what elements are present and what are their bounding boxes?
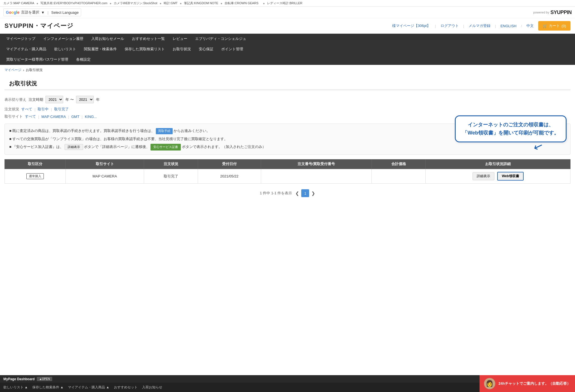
topbar-label-3: カメラWEBマガジン:StockShot [114, 1, 157, 5]
nav-settings[interactable]: 各種設定 [72, 54, 95, 65]
nav-info-history[interactable]: インフォメーション履歴 [39, 34, 87, 44]
logout-link[interactable]: ログアウト [441, 23, 459, 28]
topbar-item-7: レディース時計:BRILLER [267, 1, 302, 5]
nav-saved-search[interactable]: 保存した買取検索リスト [121, 44, 169, 54]
breadcrumb-home[interactable]: マイページ [4, 68, 21, 72]
transactions-table: 取引区分 取引サイト 注文状況 受付日付 注文番号/買取受付番号 合計価格 お取… [4, 159, 571, 184]
site-logo: SYUPPIN・マイページ [4, 22, 74, 30]
status-all-link[interactable]: すべて [21, 107, 32, 112]
topbar-item-1: カメラ:MAP CAMERA [3, 1, 34, 5]
cell-category: 通常購入 [5, 169, 66, 184]
cell-site: MAP CAMERA [65, 169, 144, 184]
table-body: 通常購入 MAP CAMERA 取引完了 2021/05/22 詳細表示 Web… [5, 169, 571, 184]
col-total: 合計価格 [372, 159, 426, 169]
nav-points[interactable]: ポイント管理 [217, 44, 247, 54]
col-category: 取引区分 [5, 159, 66, 169]
col-details: お取引状況詳細 [426, 159, 571, 169]
nav-warranty[interactable]: 安心保証 [195, 44, 217, 54]
site-king-link[interactable]: KING... [85, 115, 97, 119]
main-content: インターネットのご注文の領収書は、 「Web領収書」を開いて印刷が可能です。 ↙… [0, 90, 575, 208]
transaction-procedure-link[interactable]: 買取手続 [156, 128, 173, 134]
order-period-label: 注文時期 [29, 97, 43, 102]
warranty-cert-button[interactable]: 安心サービス証書 [150, 144, 181, 151]
prev-page-button[interactable]: ❮ [295, 191, 299, 196]
nav-password-management[interactable]: 買取リピーター様専用パスワード管理 [2, 54, 72, 65]
page-suffix: 件を表示 [277, 191, 292, 195]
topbar-label-7: レディース時計:BRILLER [267, 1, 302, 5]
site-all-link[interactable]: すべて [25, 114, 36, 119]
current-page: 1 [301, 189, 309, 197]
header-right: 様マイページ【306pt】 | ログアウト | メルマガ登録 | ENGLISH… [392, 21, 571, 31]
mypage-link[interactable]: 様マイページ【306pt】 [392, 23, 431, 28]
site-gmt-link[interactable]: GMT [71, 115, 79, 119]
info-msg-3: ■ 『安心サービス加入証書』は、 詳細表示 ボタンで「詳細表示ページ」に遷移後、… [9, 144, 566, 151]
topbar-item-4: 時計:GMT [164, 1, 178, 5]
site-filter-label: 取引サイト [4, 114, 23, 119]
nav-transaction-status[interactable]: お取引状況 [169, 44, 195, 54]
col-order-no: 注文番号/買取受付番号 [261, 159, 372, 169]
nav-arrival-notice[interactable]: 入荷お知らせメール [87, 34, 128, 44]
cell-status: 取引完了 [144, 169, 198, 184]
cell-order-no [261, 169, 372, 184]
col-status: 注文状況 [144, 159, 198, 169]
cart-label: カート [549, 23, 560, 28]
chinese-link[interactable]: 中文 [526, 23, 534, 28]
nav-wishlist[interactable]: 欲しいリスト [50, 44, 80, 54]
status-processing-link[interactable]: 取引中 [38, 107, 49, 112]
status-filter-row: 注文状況 すべて | 取引中 | 取引完了 [4, 107, 571, 112]
page-range: 1-1 [271, 191, 277, 195]
page-title-area: お取引状況 [4, 75, 571, 90]
topbar-item-6: 自転車:CROWN GEARS [225, 1, 258, 5]
site-map-link[interactable]: MAP CAMERA [41, 115, 66, 119]
total-count: 1 件中 [260, 191, 270, 195]
detail-button[interactable]: 詳細表示 [473, 172, 494, 180]
detail-display-button[interactable]: 詳細表示 [65, 144, 83, 150]
status-filter-label: 注文状況 [4, 107, 19, 112]
next-page-button[interactable]: ❯ [311, 191, 315, 196]
cart-button[interactable]: 🛒 カート (0) [538, 21, 571, 31]
cell-actions: 詳細表示 Web領収書 [426, 169, 571, 184]
main-navigation: マイページトップ インフォメーション履歴 入荷お知らせメール おすすめセット一覧… [0, 34, 575, 65]
callout-line2: 「Web領収書」を開いて印刷が可能です。 [462, 129, 559, 137]
year-end-select[interactable]: 2021 2020 2019 [76, 96, 94, 103]
web-receipt-button[interactable]: Web領収書 [497, 172, 523, 181]
table-header: 取引区分 取引サイト 注文状況 受付日付 注文番号/買取受付番号 合計価格 お取… [5, 159, 571, 169]
pagination: 1 件中 1-1 件を表示 ❮ 1 ❯ [4, 189, 571, 197]
nav-mypage-top[interactable]: マイページトップ [2, 34, 39, 44]
translate-label: 言語を選択 [21, 10, 39, 15]
powered-by: powered by SYUPPIN [533, 10, 572, 15]
col-date: 受付日付 [198, 159, 261, 169]
callout-text: インターネットのご注文の領収書は、 「Web領収書」を開いて印刷が可能です。 [462, 121, 559, 137]
cell-date: 2021/05/22 [198, 169, 261, 184]
select-language-label: Select Language [51, 10, 79, 15]
topbar-label-2: 写真共有:EVERYBODYxPHOTOGRAPHER.com [40, 1, 107, 5]
breadcrumb: マイページ › お取引状況 [0, 65, 575, 75]
callout-line1: インターネットのご注文の領収書は、 [462, 121, 559, 129]
mail-magazine-link[interactable]: メルマガ登録 [469, 23, 490, 28]
filter-row: 表示切り替え 注文時期 2021 2020 2019 年 〜 2021 2020… [4, 96, 571, 103]
nav-row-3: 買取リピーター様専用パスワード管理 各種設定 [0, 54, 575, 65]
breadcrumb-current: お取引状況 [26, 68, 43, 72]
nav-review[interactable]: レビュー [169, 34, 191, 44]
cart-icon: 🛒 [543, 24, 547, 28]
google-translate-button[interactable]: Google 言語を選択 ▼ | Select Language [3, 8, 81, 16]
nav-concierge[interactable]: エブリバディ・コンシェルジュ [191, 34, 250, 44]
breadcrumb-separator: › [23, 68, 24, 72]
google-icon: Google [6, 10, 19, 15]
topbar-label-5: 筆記具:KINGDOM NOTE [184, 1, 218, 5]
pagination-controls: ❮ 1 ❯ [295, 189, 315, 197]
status-complete-link[interactable]: 取引完了 [54, 107, 69, 112]
nav-recommended[interactable]: おすすめセット一覧 [128, 34, 169, 44]
cell-total [372, 169, 426, 184]
year-start-select[interactable]: 2021 2020 2019 [45, 96, 63, 103]
site-header: SYUPPIN・マイページ 様マイページ【306pt】 | ログアウト | メル… [0, 18, 575, 34]
topbar-label-4: 時計:GMT [164, 1, 178, 5]
nav-my-items[interactable]: マイアイテム・購入商品 [2, 44, 50, 54]
page-title: お取引状況 [9, 80, 566, 87]
english-link[interactable]: ENGLISH [500, 24, 516, 28]
top-bar: カメラ:MAP CAMERA ● 写真共有:EVERYBODYxPHOTOGRA… [0, 0, 575, 7]
table-row: 通常購入 MAP CAMERA 取引完了 2021/05/22 詳細表示 Web… [5, 169, 571, 184]
topbar-label-6: 自転車:CROWN GEARS [225, 1, 258, 5]
cart-count: (0) [562, 24, 566, 28]
nav-browse-history[interactable]: 閲覧履歴・検索条件 [80, 44, 121, 54]
